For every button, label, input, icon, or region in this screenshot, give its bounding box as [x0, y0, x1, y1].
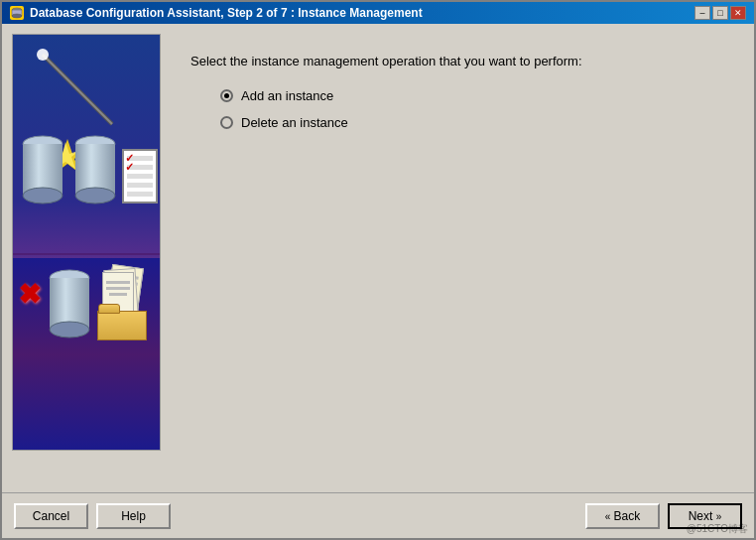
maximize-button[interactable]: □: [712, 6, 728, 20]
svg-point-2: [12, 14, 22, 18]
watermark: @51CTO博客: [687, 522, 748, 536]
checklist-icon: ✓ ✓: [122, 149, 158, 203]
cylinders-area: [21, 134, 118, 205]
illustration: ✓ ✓ ✖: [13, 35, 161, 451]
delete-instance-label: Delete an instance: [241, 115, 348, 130]
footer: Cancel Help « Back Next »: [2, 492, 754, 538]
svg-point-5: [37, 49, 49, 61]
back-arrow-icon: «: [605, 511, 611, 522]
red-x-icon: ✖: [18, 278, 41, 311]
add-instance-option[interactable]: Add an instance: [220, 88, 724, 103]
svg-point-13: [75, 188, 115, 203]
add-instance-radio[interactable]: [220, 89, 233, 102]
bottom-section: ✖: [13, 258, 161, 451]
close-button[interactable]: ✕: [730, 6, 746, 20]
minimize-button[interactable]: –: [694, 6, 710, 20]
main-window: Database Configuration Assistant, Step 2…: [0, 0, 756, 540]
add-instance-label: Add an instance: [241, 88, 333, 103]
window-title: Database Configuration Assistant, Step 2…: [30, 6, 689, 20]
instruction-text: Select the instance management operation…: [190, 54, 724, 68]
radio-group: Add an instance Delete an instance: [190, 88, 724, 130]
content-area: ✓ ✓ ✖: [2, 24, 754, 492]
cylinder-small: [48, 268, 92, 339]
cylinder-2: [73, 134, 118, 205]
next-arrow-icon: »: [716, 511, 722, 522]
delete-instance-radio[interactable]: [220, 116, 233, 129]
delete-instance-option[interactable]: Delete an instance: [220, 115, 724, 130]
svg-point-16: [50, 322, 89, 338]
window-controls: – □ ✕: [694, 6, 746, 20]
cancel-button[interactable]: Cancel: [14, 503, 88, 529]
divider: [13, 253, 161, 255]
illustration-panel: ✓ ✓ ✖: [12, 34, 161, 451]
right-panel: Select the instance management operation…: [171, 34, 744, 482]
footer-left-buttons: Cancel Help: [14, 503, 171, 529]
help-button[interactable]: Help: [96, 503, 171, 529]
folder-icon: [97, 266, 152, 340]
svg-point-10: [23, 188, 63, 203]
app-icon: [10, 6, 24, 20]
titlebar: Database Configuration Assistant, Step 2…: [2, 2, 754, 24]
back-button[interactable]: « Back: [585, 503, 660, 529]
cylinder-1: [21, 134, 65, 205]
svg-line-4: [43, 55, 112, 124]
